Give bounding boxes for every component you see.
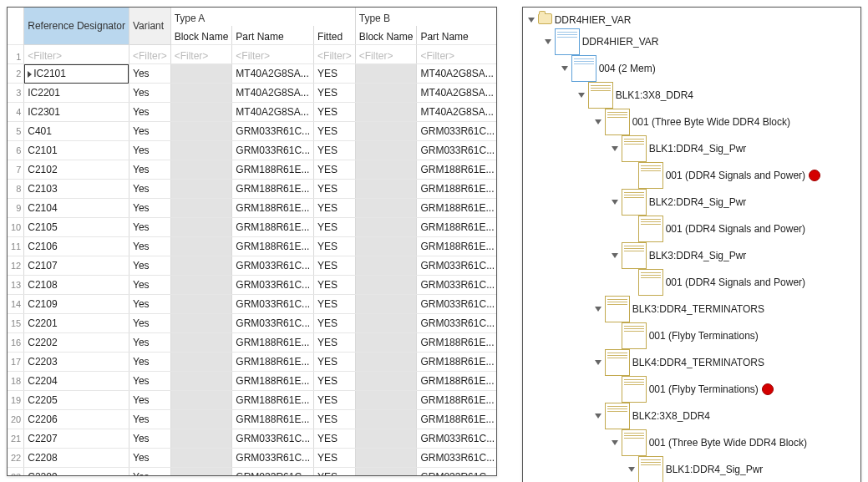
tree-node[interactable]: DDR4HIER_VARDDR4HIER_VAR004 (2 Mem)BLK1:… [526, 11, 857, 482]
tree-node[interactable]: BLK1:DDR4_Sig_Pwr001 (DDR4 Signals and P… [627, 456, 857, 482]
cell-ref[interactable]: C2208 [24, 449, 129, 468]
cell-ref[interactable]: C2102 [24, 160, 129, 180]
tree-node[interactable]: 001 (Flyby Terminations) [610, 376, 857, 403]
cell-a-part[interactable]: GRM188R61E... [232, 372, 314, 391]
cell-a-part[interactable]: GRM188R61E... [232, 237, 314, 256]
tree-node[interactable]: 001 (DDR4 Signals and Power) [627, 216, 857, 242]
cell-a-part[interactable]: GRM033R61C... [232, 256, 314, 276]
cell-a-part[interactable]: GRM188R61E... [232, 199, 314, 218]
tree-node[interactable]: 001 (Flyby Terminations) [610, 322, 857, 349]
cell-a-block[interactable] [170, 314, 232, 333]
cell-a-fitted[interactable]: YES [314, 84, 356, 103]
tree-node[interactable]: DDR4HIER_VAR004 (2 Mem)BLK1:3X8_DDR4001 … [543, 28, 857, 482]
table-row[interactable]: 17C2203YesGRM188R61E...YESGRM188R61E...N… [8, 353, 497, 372]
cell-b-part[interactable]: GRM033R61C... [417, 256, 497, 276]
tree-node[interactable]: BLK4:DDR4_TERMINATORS001 (Flyby Terminat… [593, 349, 857, 403]
cell-b-part[interactable]: GRM188R61E... [417, 391, 497, 410]
expand-toggle-icon[interactable] [593, 354, 603, 371]
table-row[interactable]: 5C401YesGRM033R61C...YESGRM033R61C...NO [8, 122, 497, 141]
cell-b-part[interactable]: GRM188R61E... [417, 410, 497, 429]
expand-toggle-icon[interactable] [610, 247, 620, 264]
tree-node[interactable]: BLK3:DDR4_Sig_Pwr001 (DDR4 Signals and P… [610, 242, 857, 296]
cell-b-block[interactable] [355, 391, 417, 410]
cell-a-fitted[interactable]: YES [314, 199, 356, 218]
cell-variant[interactable]: Yes [129, 199, 170, 218]
cell-a-fitted[interactable]: YES [314, 333, 356, 353]
cell-b-part[interactable]: GRM188R61E... [417, 372, 497, 391]
cell-a-fitted[interactable]: YES [314, 468, 356, 477]
cell-variant[interactable]: Yes [129, 64, 170, 84]
table-row[interactable]: 9C2104YesGRM188R61E...YESGRM188R61E...NO [8, 199, 497, 218]
cell-a-part[interactable]: GRM188R61E... [232, 218, 314, 237]
col-group-b[interactable]: Type B [355, 8, 496, 26]
cell-variant[interactable]: Yes [129, 314, 170, 333]
table-row[interactable]: 8C2103YesGRM188R61E...YESGRM188R61E...NO [8, 180, 497, 199]
cell-b-block[interactable] [355, 103, 417, 122]
cell-b-block[interactable] [355, 218, 417, 237]
cell-a-fitted[interactable]: YES [314, 372, 356, 391]
cell-variant[interactable]: Yes [129, 103, 170, 122]
cell-ref[interactable]: C2108 [24, 276, 129, 295]
cell-a-block[interactable] [170, 237, 232, 256]
cell-ref[interactable]: C2209 [24, 468, 129, 477]
cell-a-block[interactable] [170, 333, 232, 353]
expand-toggle-icon[interactable] [593, 408, 603, 424]
filter-variant[interactable]: <Filter> [129, 45, 170, 64]
cell-ref[interactable]: C2107 [24, 256, 129, 276]
cell-a-part[interactable]: GRM188R61E... [232, 391, 314, 410]
cell-a-part[interactable]: MT40A2G8SA... [232, 103, 314, 122]
cell-a-fitted[interactable]: YES [314, 237, 356, 256]
cell-b-block[interactable] [355, 256, 417, 276]
cell-b-part[interactable]: GRM033R61C... [417, 141, 497, 160]
expand-toggle-icon[interactable] [610, 194, 620, 211]
cell-a-block[interactable] [170, 180, 232, 199]
cell-b-part[interactable]: MT40A2G8SA... [417, 103, 497, 122]
cell-a-part[interactable]: GRM188R61E... [232, 180, 314, 199]
cell-ref[interactable]: IC2101 [24, 64, 129, 84]
cell-b-part[interactable]: GRM188R61E... [417, 160, 497, 180]
cell-a-block[interactable] [170, 353, 232, 372]
cell-ref[interactable]: IC2201 [24, 84, 129, 103]
cell-b-part[interactable]: MT40A2G8SA... [417, 64, 497, 84]
cell-b-block[interactable] [355, 122, 417, 141]
cell-a-fitted[interactable]: YES [314, 314, 356, 333]
cell-ref[interactable]: C2205 [24, 391, 129, 410]
cell-variant[interactable]: Yes [129, 410, 170, 429]
filter-ref[interactable]: <Filter> [24, 45, 129, 64]
cell-b-part[interactable]: GRM033R61C... [417, 295, 497, 314]
cell-a-block[interactable] [170, 391, 232, 410]
cell-ref[interactable]: C2201 [24, 314, 129, 333]
cell-a-fitted[interactable]: YES [314, 353, 356, 372]
table-row[interactable]: 12C2107YesGRM033R61C...YESGRM033R61C...N… [8, 256, 497, 276]
tree-node[interactable]: BLK1:3X8_DDR4001 (Three Byte Wide DDR4 B… [576, 82, 857, 482]
cell-b-part[interactable]: GRM188R61E... [417, 237, 497, 256]
cell-b-part[interactable]: GRM188R61E... [417, 218, 497, 237]
col-ref[interactable]: Reference Designator [24, 8, 129, 45]
cell-variant[interactable]: Yes [129, 218, 170, 237]
cell-a-block[interactable] [170, 429, 232, 449]
cell-a-fitted[interactable]: YES [314, 122, 356, 141]
table-row[interactable]: 19C2205YesGRM188R61E...YESGRM188R61E...N… [8, 391, 497, 410]
cell-a-block[interactable] [170, 122, 232, 141]
col-a-block[interactable]: Block Name [170, 26, 232, 45]
cell-variant[interactable]: Yes [129, 256, 170, 276]
cell-variant[interactable]: Yes [129, 468, 170, 477]
cell-b-part[interactable]: MT40A2G8SA... [417, 84, 497, 103]
tree-node[interactable]: 001 (Three Byte Wide DDR4 Block)BLK1:DDR… [593, 109, 857, 296]
cell-b-block[interactable] [355, 199, 417, 218]
table-row[interactable]: 22C2208YesGRM033R61C...YESGRM033R61C...N… [8, 449, 497, 468]
cell-a-fitted[interactable]: YES [314, 218, 356, 237]
tree-node[interactable]: 001 (Three Byte Wide DDR4 Block)BLK1:DDR… [610, 429, 857, 482]
cell-a-fitted[interactable]: YES [314, 276, 356, 295]
cell-b-block[interactable] [355, 449, 417, 468]
filter-b-part[interactable]: <Filter> [417, 45, 497, 64]
cell-a-part[interactable]: MT40A2G8SA... [232, 84, 314, 103]
table-row[interactable]: 15C2201YesGRM033R61C...YESGRM033R61C...N… [8, 314, 497, 333]
cell-variant[interactable]: Yes [129, 237, 170, 256]
table-row[interactable]: 2IC2101YesMT40A2G8SA...YESMT40A2G8SA...N… [8, 64, 497, 84]
tree-node[interactable]: 001 (DDR4 Signals and Power) [627, 162, 857, 189]
cell-b-block[interactable] [355, 64, 417, 84]
cell-ref[interactable]: C2101 [24, 141, 129, 160]
cell-ref[interactable]: C2202 [24, 333, 129, 353]
cell-a-part[interactable]: GRM188R61E... [232, 160, 314, 180]
